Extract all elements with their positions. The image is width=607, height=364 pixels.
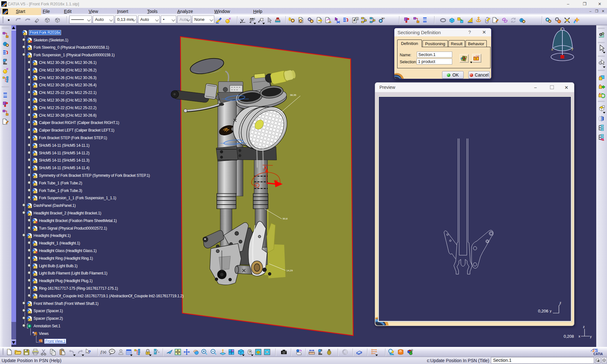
svg-text:5: 5 [356,17,358,20]
svg-text:14,29: 14,29 [286,269,293,272]
svg-text:ABC: ABC [250,17,255,20]
svg-text:A: A [353,19,355,22]
svg-text:50,8: 50,8 [283,217,288,220]
svg-text:0,206: 0,206 [538,309,548,313]
svg-text:CATIA: CATIA [593,352,603,356]
svg-text:z: z [560,27,562,30]
svg-text:W: W [274,179,278,184]
svg-text:z: z [583,325,585,329]
svg-text:x: x [551,47,553,51]
svg-text:n: n [384,17,385,19]
svg-text:x: x [579,334,580,338]
svg-text:y: y [590,335,592,338]
svg-text:y: y [572,47,573,51]
svg-text:38,35: 38,35 [290,94,297,96]
svg-text:V: V [265,166,267,169]
svg-text:=: = [158,350,160,354]
svg-text:0,208: 0,208 [564,334,574,339]
svg-text:(x): (x) [103,350,106,354]
svg-text:z: z [560,301,561,305]
svg-text:y: y [550,309,552,313]
svg-text:?: ? [88,349,91,354]
svg-text:?: ? [249,350,251,354]
